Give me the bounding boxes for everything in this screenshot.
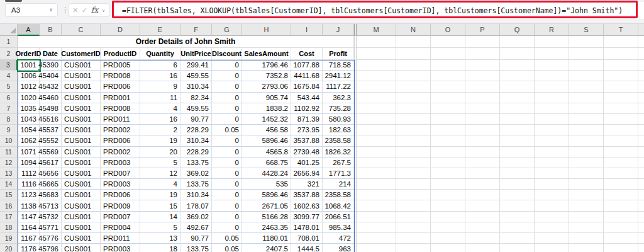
cell-T[interactable] bbox=[604, 135, 638, 146]
fill-handle[interactable] bbox=[38, 69, 42, 72]
cell-N[interactable] bbox=[396, 135, 431, 146]
cell-I17[interactable]: 3099.77 bbox=[291, 212, 323, 222]
row-header-9[interactable]: 9 bbox=[0, 125, 18, 135]
cell-C7[interactable]: CUS001 bbox=[62, 103, 101, 114]
cell-I9[interactable]: 273.95 bbox=[291, 125, 323, 135]
cell-D3[interactable]: PRD005 bbox=[101, 60, 140, 71]
cell-N[interactable] bbox=[396, 103, 431, 114]
cell-P[interactable] bbox=[465, 81, 500, 92]
cell-J8[interactable]: 580.93 bbox=[323, 114, 354, 125]
cell-Q[interactable] bbox=[500, 168, 535, 179]
cell-H20[interactable]: 2407.5 bbox=[242, 244, 291, 252]
header-cell-SalesAmount[interactable]: SalesAmount bbox=[242, 48, 291, 60]
cell-E8[interactable]: 16 bbox=[140, 114, 180, 125]
cell-A4[interactable]: 1006 bbox=[18, 71, 40, 81]
cell-Q[interactable] bbox=[500, 190, 535, 200]
cell-P[interactable] bbox=[465, 168, 500, 179]
cell-T[interactable] bbox=[604, 244, 638, 252]
cell-C3[interactable]: CUS001 bbox=[62, 60, 101, 71]
cell-Q[interactable] bbox=[500, 212, 535, 222]
cell-R[interactable] bbox=[535, 135, 569, 146]
row-header-15[interactable]: 15 bbox=[0, 190, 18, 200]
cell-P[interactable] bbox=[465, 147, 500, 158]
cell-R[interactable] bbox=[535, 60, 569, 71]
cell-D5[interactable]: PRD006 bbox=[101, 81, 140, 92]
cell-O[interactable] bbox=[431, 103, 465, 114]
row-header-8[interactable]: 8 bbox=[0, 114, 18, 125]
cell-B15[interactable]: 45683 bbox=[40, 190, 62, 200]
cell-F18[interactable]: 492.67 bbox=[180, 222, 212, 233]
cell-N[interactable] bbox=[396, 233, 431, 244]
cell-R[interactable] bbox=[535, 179, 569, 190]
cell-A18[interactable]: 1164 bbox=[18, 222, 40, 233]
cell-O[interactable] bbox=[431, 135, 465, 146]
cell-F3[interactable]: 299.41 bbox=[180, 60, 212, 71]
header-cell-Discount[interactable]: Discount bbox=[212, 48, 242, 60]
cell-Q[interactable] bbox=[500, 114, 535, 125]
row-header-16[interactable]: 16 bbox=[0, 200, 18, 211]
column-header-M[interactable]: M bbox=[357, 24, 396, 36]
cell-S[interactable] bbox=[569, 190, 604, 200]
row-header-17[interactable]: 17 bbox=[0, 212, 18, 222]
cell-R[interactable] bbox=[535, 93, 569, 103]
cell-C4[interactable]: CUS001 bbox=[62, 71, 101, 81]
cell-R[interactable] bbox=[535, 212, 569, 222]
cell-B3[interactable]: 45390 bbox=[40, 60, 62, 71]
cell-R[interactable] bbox=[535, 244, 569, 252]
cell-Q[interactable] bbox=[500, 36, 535, 48]
enter-icon[interactable]: ✓ bbox=[82, 7, 87, 14]
cell-M[interactable] bbox=[357, 36, 396, 48]
column-header-C[interactable]: C bbox=[62, 24, 101, 36]
cell-N[interactable] bbox=[396, 114, 431, 125]
cell-S[interactable] bbox=[569, 93, 604, 103]
cell-N[interactable] bbox=[396, 81, 431, 92]
cell-M[interactable] bbox=[357, 114, 396, 125]
cell-M[interactable] bbox=[357, 190, 396, 200]
cell-A13[interactable]: 1112 bbox=[18, 168, 40, 179]
cell-T[interactable] bbox=[604, 212, 638, 222]
cell-T[interactable] bbox=[604, 103, 638, 114]
cell-D15[interactable]: PRD006 bbox=[101, 190, 140, 200]
column-header-B[interactable]: B bbox=[40, 24, 62, 36]
cell-M[interactable] bbox=[357, 147, 396, 158]
cell-D8[interactable]: PRD011 bbox=[101, 114, 140, 125]
cell-N[interactable] bbox=[396, 71, 431, 81]
cell-J13[interactable]: 1771.3 bbox=[323, 168, 354, 179]
cell-G11[interactable]: 0 bbox=[212, 147, 242, 158]
cell-S[interactable] bbox=[569, 244, 604, 252]
cell-F5[interactable]: 310.34 bbox=[180, 81, 212, 92]
cell-D20[interactable]: PRD003 bbox=[101, 244, 140, 252]
header-cell-UnitPrice[interactable]: UnitPrice bbox=[180, 48, 212, 60]
cell-A20[interactable]: 1176 bbox=[18, 244, 40, 252]
cell-O[interactable] bbox=[431, 48, 465, 60]
cell-O[interactable] bbox=[431, 93, 465, 103]
cell-S[interactable] bbox=[569, 114, 604, 125]
header-cell-OrderID[interactable]: OrderID bbox=[18, 48, 40, 60]
cell-T[interactable] bbox=[604, 114, 638, 125]
cell-O[interactable] bbox=[431, 190, 465, 200]
cell-H9[interactable]: 456.58 bbox=[242, 125, 291, 135]
cell-C16[interactable]: CUS001 bbox=[62, 200, 101, 211]
cell-G15[interactable]: 0 bbox=[212, 190, 242, 200]
cell-T[interactable] bbox=[604, 179, 638, 190]
cell-T[interactable] bbox=[604, 168, 638, 179]
cell-J11[interactable]: 1826.32 bbox=[323, 147, 354, 158]
cell-J16[interactable]: 1068.42 bbox=[323, 200, 354, 211]
row-header-12[interactable]: 12 bbox=[0, 158, 18, 168]
cell-O[interactable] bbox=[431, 222, 465, 233]
cell-J15[interactable]: 2358.58 bbox=[323, 190, 354, 200]
cell-B17[interactable]: 45732 bbox=[40, 212, 62, 222]
cell-F14[interactable]: 133.75 bbox=[180, 179, 212, 190]
cell-C8[interactable]: CUS001 bbox=[62, 114, 101, 125]
cell-P[interactable] bbox=[465, 190, 500, 200]
column-header-F[interactable]: F bbox=[180, 24, 212, 36]
cell-F9[interactable]: 228.29 bbox=[180, 125, 212, 135]
cell-D14[interactable]: PRD003 bbox=[101, 179, 140, 190]
cell-F11[interactable]: 228.29 bbox=[180, 147, 212, 158]
cell-S[interactable] bbox=[569, 81, 604, 92]
cell-Q[interactable] bbox=[500, 158, 535, 168]
column-header-J[interactable]: J bbox=[323, 24, 354, 36]
cell-S[interactable] bbox=[569, 233, 604, 244]
cell-F17[interactable]: 369.02 bbox=[180, 212, 212, 222]
cell-T[interactable] bbox=[604, 93, 638, 103]
